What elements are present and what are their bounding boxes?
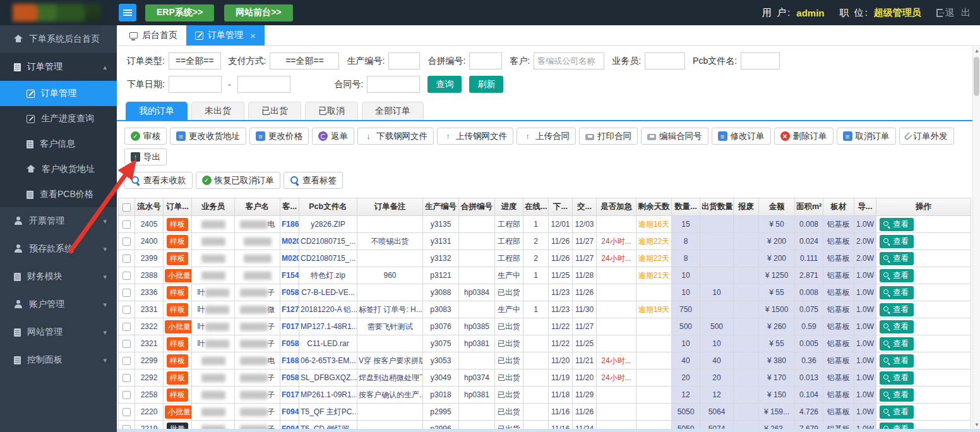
view-button[interactable]: 查看 [880, 218, 914, 231]
row-checkbox[interactable] [122, 306, 131, 314]
customer-code-link[interactable]: F168 [282, 356, 299, 365]
customer-code-link[interactable]: F127 [282, 305, 299, 314]
toolbar-button-编辑合同号[interactable]: 编辑合同号 [641, 128, 708, 145]
customer-code-link[interactable]: F058 [282, 373, 299, 382]
horizontal-scrollbar[interactable] [117, 429, 980, 432]
order-tab-已出货[interactable]: 已出货 [248, 102, 301, 120]
customer-input[interactable] [534, 52, 604, 69]
customer-code-link[interactable]: M020 [282, 254, 299, 263]
menu-toggle-button[interactable] [119, 4, 136, 21]
toolbar-button-更改收货地址[interactable]: 更改收货地址 [170, 128, 246, 145]
sidebar-item-财务模块[interactable]: 财务模块▾ [0, 263, 117, 291]
logout-button[interactable]: 退 出 [936, 7, 972, 19]
row-checkbox[interactable] [122, 357, 131, 365]
sidebar-item-预存款系统[interactable]: 预存款系统▾ [0, 235, 117, 263]
view-button[interactable]: 查看 [880, 269, 914, 282]
scrollbar-thumb[interactable] [974, 57, 979, 96]
order-type-select[interactable]: ==全部== [169, 52, 221, 69]
customer-code-link[interactable]: F094 [282, 407, 299, 416]
order-tab-未出货[interactable]: 未出货 [191, 102, 244, 120]
site-front-button[interactable]: 网站前台>> [224, 4, 292, 21]
customer-code-link[interactable]: M020 [282, 237, 299, 246]
toolbar-button-上传合同[interactable]: 上传合同 [517, 128, 576, 145]
sidebar-subitem-客户信息[interactable]: 客户信息 [0, 131, 117, 157]
toolbar-button-导出[interactable]: 导出 [124, 148, 167, 165]
erp-system-button[interactable]: ERP系统>> [145, 4, 214, 21]
toolbar-button-查看未收款[interactable]: 查看未收款 [124, 172, 193, 189]
refresh-button[interactable]: 刷新 [469, 76, 503, 93]
view-button[interactable]: 查看 [880, 286, 914, 299]
order-tab-已取消[interactable]: 已取消 [305, 102, 358, 120]
toolbar-button-查看标签[interactable]: 查看标签 [284, 172, 343, 189]
view-button[interactable]: 查看 [880, 405, 914, 419]
salesman-input[interactable] [645, 52, 685, 69]
order-date-to-input[interactable] [237, 76, 290, 93]
view-button-label: 查看 [893, 304, 909, 315]
merge-no-input[interactable] [469, 52, 502, 69]
toolbar-button-下载钢网文件[interactable]: 下载钢网文件 [357, 128, 434, 145]
toolbar-button-恢复已取消订单[interactable]: 恢复已取消订单 [196, 172, 281, 189]
order-tab-全部订单[interactable]: 全部订单 [362, 102, 424, 120]
sidebar-subitem-生产进度查询[interactable]: 生产进度查询 [0, 106, 117, 131]
vertical-scrollbar[interactable]: ▲ ▼ [972, 47, 980, 429]
row-checkbox[interactable] [122, 220, 131, 229]
view-button[interactable]: 查看 [880, 252, 914, 265]
tab-order-management[interactable]: 订单管理 × [186, 25, 265, 45]
view-button[interactable]: 查看 [880, 371, 914, 385]
order-date-from-input[interactable] [169, 76, 222, 93]
view-button[interactable]: 查看 [880, 388, 914, 402]
toolbar-button-上传钢网文件[interactable]: 上传钢网文件 [437, 128, 513, 145]
search-button[interactable]: 查询 [427, 76, 462, 93]
view-button[interactable]: 查看 [880, 337, 914, 351]
sidebar-item-账户管理[interactable]: 账户管理▾ [0, 291, 117, 318]
sidebar-item-网站管理[interactable]: 网站管理▾ [0, 318, 117, 346]
customer-code-link[interactable]: F154 [282, 271, 299, 280]
tab-close-icon[interactable]: × [250, 30, 256, 41]
sidebar-subitem-查看PCB价格[interactable]: 查看PCB价格 [0, 182, 117, 207]
sidebar-subitem-客户收货地址[interactable]: 客户收货地址 [0, 157, 117, 182]
customer-code-link[interactable]: F058 [282, 288, 299, 297]
view-button[interactable]: 查看 [880, 235, 914, 248]
sidebar-subitem-订单管理[interactable]: 订单管理 [0, 81, 117, 106]
row-checkbox[interactable] [122, 323, 131, 331]
contract-no-input[interactable] [367, 76, 420, 93]
customer-cell [235, 267, 280, 284]
row-checkbox[interactable] [122, 391, 131, 399]
filter-panel: 订单类型: ==全部== 支付方式: ==全部== 生产编号: 合拼编号: 客户… [117, 46, 980, 93]
prod-no-input[interactable] [388, 52, 420, 69]
order-tab-我的订单[interactable]: 我的订单 [126, 102, 188, 120]
pay-method-select[interactable]: ==全部== [270, 52, 339, 69]
toolbar-button-修改订单[interactable]: 修改订单 [712, 128, 771, 145]
view-button[interactable]: 查看 [880, 320, 914, 333]
sidebar-item-订单管理[interactable]: 订单管理▴ [0, 53, 117, 81]
row-checkbox[interactable] [122, 340, 131, 348]
toolbar-button-打印合同[interactable]: 打印合同 [579, 128, 638, 145]
customer-visible: 子 [268, 390, 275, 399]
sidebar-item-控制面板[interactable]: 控制面板▾ [0, 346, 117, 374]
row-checkbox[interactable] [122, 408, 131, 416]
scroll-down-icon[interactable]: ▼ [973, 421, 980, 429]
row-checkbox[interactable] [122, 237, 131, 246]
sidebar-item-下单系统后台首页[interactable]: 下单系统后台首页 [0, 25, 117, 53]
toolbar-button-取消订单[interactable]: 取消订单 [837, 128, 896, 145]
view-button[interactable]: 查看 [880, 303, 914, 316]
toolbar-button-更改价格[interactable]: 更改价格 [249, 128, 309, 145]
toolbar-button-审核[interactable]: 审核 [124, 128, 167, 145]
toolbar-button-订单外发[interactable]: 订单外发 [899, 128, 954, 145]
row-checkbox[interactable] [122, 272, 131, 280]
customer-code-link[interactable]: F058 [282, 339, 299, 348]
toolbar-button-删除订单[interactable]: 删除订单 [774, 128, 834, 145]
tab-backend-home[interactable]: 后台首页 [121, 25, 186, 45]
customer-code-link[interactable]: F186 [282, 220, 299, 229]
row-checkbox[interactable] [122, 255, 131, 263]
row-checkbox[interactable] [122, 289, 131, 297]
toolbar-button-返单[interactable]: 返单 [312, 128, 354, 145]
scroll-up-icon[interactable]: ▲ [973, 47, 980, 55]
customer-code-link[interactable]: F017 [282, 390, 299, 399]
header-checkbox[interactable] [122, 203, 131, 212]
sidebar-item-开票管理[interactable]: 开票管理▾ [0, 207, 117, 235]
pcb-file-input[interactable] [741, 52, 780, 69]
row-checkbox[interactable] [122, 374, 131, 382]
customer-code-link[interactable]: F017 [282, 322, 299, 331]
view-button[interactable]: 查看 [880, 354, 914, 368]
